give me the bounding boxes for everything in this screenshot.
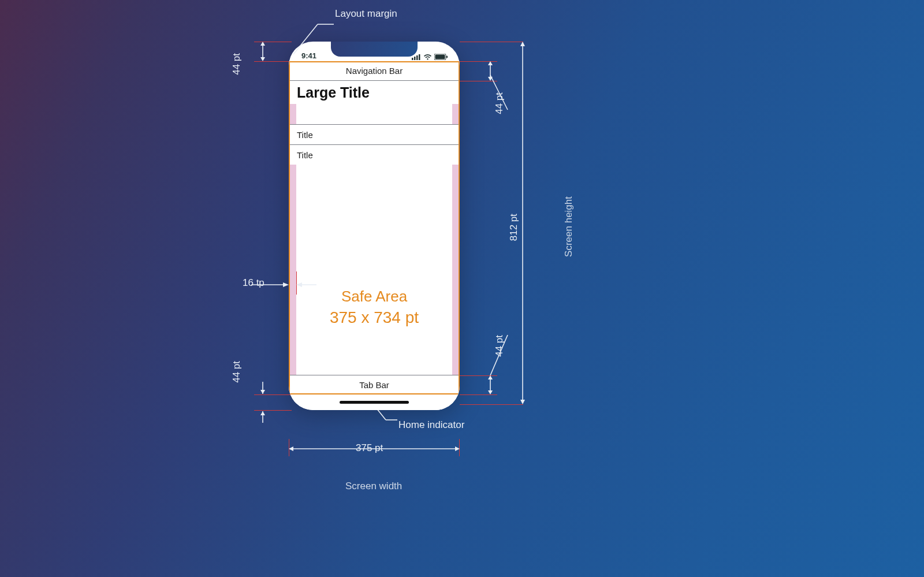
svg-marker-30 xyxy=(289,446,293,451)
dimension-label: 375 pt xyxy=(356,442,383,454)
callout-label: Layout margin xyxy=(335,8,397,20)
svg-marker-17 xyxy=(260,411,265,415)
collection-cell xyxy=(377,187,450,261)
svg-marker-19 xyxy=(488,61,493,65)
table-row: Title xyxy=(289,144,460,165)
svg-rect-0 xyxy=(412,58,413,60)
dimension-arrow xyxy=(259,42,267,61)
wifi-icon xyxy=(423,54,432,60)
svg-rect-2 xyxy=(416,55,418,60)
safe-area-content: Navigation Bar Large Title TABLE VIEW Ti… xyxy=(289,61,460,394)
table-row: Title xyxy=(289,124,460,144)
dimension-label: 44 pt xyxy=(231,361,243,383)
dimension-label: 44 pt xyxy=(494,335,505,357)
svg-marker-15 xyxy=(260,390,265,394)
svg-marker-8 xyxy=(260,42,265,46)
axis-label: Screen width xyxy=(345,481,402,492)
navigation-bar: Navigation Bar xyxy=(289,61,460,81)
svg-rect-3 xyxy=(419,54,420,60)
svg-marker-11 xyxy=(283,282,289,287)
svg-marker-28 xyxy=(520,400,525,404)
dimension-arrow xyxy=(519,42,527,404)
dimension-label: 16 tp xyxy=(243,277,264,289)
large-title: Large Title xyxy=(289,81,460,104)
safe-area-title: Safe Area xyxy=(289,286,460,307)
tab-bar: Tab Bar xyxy=(289,375,460,394)
collection-cell xyxy=(297,187,371,261)
guideline xyxy=(460,394,497,395)
axis-label: Screen height xyxy=(563,196,575,257)
battery-icon xyxy=(434,54,448,60)
svg-marker-9 xyxy=(260,57,265,61)
status-time: 9:41 xyxy=(301,51,316,60)
svg-marker-24 xyxy=(488,390,493,394)
guideline xyxy=(254,394,292,395)
dimension-arrow xyxy=(259,379,267,394)
home-indicator-area xyxy=(289,394,460,410)
dimension-label: 44 pt xyxy=(231,53,243,75)
safe-area-label: Safe Area 375 x 734 pt xyxy=(289,286,460,329)
guideline xyxy=(254,410,292,411)
dimension-label: 812 pt xyxy=(508,214,520,241)
svg-rect-5 xyxy=(435,55,445,59)
svg-marker-27 xyxy=(520,42,525,46)
notch xyxy=(331,42,418,57)
status-icons xyxy=(412,54,448,60)
home-indicator xyxy=(340,401,409,404)
svg-marker-31 xyxy=(455,446,460,451)
guideline xyxy=(460,42,523,42)
collection-view-header: COLLECTION VIEW xyxy=(289,165,460,185)
dimension-label: 44 pt xyxy=(494,92,505,114)
callout-label: Home indicator xyxy=(398,419,464,431)
svg-marker-23 xyxy=(488,375,493,379)
table-view-header: TABLE VIEW xyxy=(289,104,460,124)
svg-rect-6 xyxy=(446,56,448,58)
guideline xyxy=(254,61,292,62)
phone-frame: 9:41 Navigation Bar Large Title TABLE VI… xyxy=(289,42,460,410)
guideline xyxy=(460,404,523,405)
collection-view xyxy=(289,185,460,261)
safe-area-dimensions: 375 x 734 pt xyxy=(289,307,460,329)
svg-rect-1 xyxy=(414,57,416,60)
dimension-arrow xyxy=(486,375,494,394)
dimension-arrow xyxy=(259,411,267,426)
